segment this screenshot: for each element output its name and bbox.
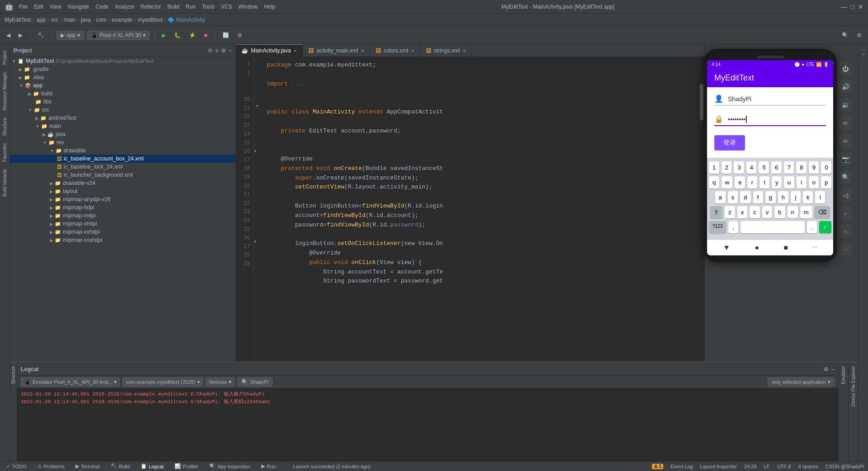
emulator-selector[interactable]: 📱 Emulator Pixel_4_XL_API_30 And... ▾ [21,377,120,386]
breadcrumb-src[interactable]: src [51,17,58,23]
menu-help[interactable]: Help [264,4,275,10]
verbose-selector[interactable]: Verbose ▾ [206,377,235,386]
phone-more-btn[interactable]: ··· [839,243,852,256]
tab-build[interactable]: 🔨 Build [108,462,132,470]
tab-mainactivity-java[interactable]: ☕ MainActivity.java ✕ [236,44,303,57]
key-shift[interactable]: ⇧ [710,206,722,218]
key-enter[interactable]: ✓ [819,221,831,233]
key-z[interactable]: z [725,206,735,218]
tab-mainactivity-close[interactable]: ✕ [293,48,297,53]
key-comma[interactable]: , [728,221,738,233]
tree-item-gradle[interactable]: ▶ 📁 .gradle [10,65,236,73]
tab-todo[interactable]: ✓ TODO [4,462,29,470]
tab-strings-close[interactable]: ✕ [462,48,466,53]
phone-square-btn[interactable]: □ [839,225,852,238]
tree-item-java[interactable]: ▶ ☕ java [10,130,236,138]
phone-password-field[interactable]: 🔒 •••••••• [714,115,826,126]
breadcrumb-myedittext2[interactable]: myedittext [138,17,163,23]
key-2[interactable]: 2 [722,161,732,174]
key-i[interactable]: i [797,176,807,188]
key-n[interactable]: n [788,206,798,218]
device-selector[interactable]: 📱 Pixel 4 XL API 30 ▾ [87,31,150,40]
layout-inspector-link[interactable]: Layout Inspector [700,464,737,469]
menu-tools[interactable]: Tools [202,4,215,10]
menu-run[interactable]: Run [186,4,196,10]
breadcrumb-example[interactable]: example [112,17,132,23]
menu-navigate[interactable]: Navigate [68,4,89,10]
tree-item-mipmap-xhdpi[interactable]: ▶ 📁 mipmap-xhdpi [10,220,236,228]
key-s[interactable]: s [728,191,738,203]
tab-colors-close[interactable]: ✕ [411,48,415,53]
key-r[interactable]: r [747,176,757,188]
key-y[interactable]: y [772,176,782,188]
sidebar-project-label[interactable]: Project [1,49,8,66]
menu-window[interactable]: Window [238,4,258,10]
toolbar-forward-btn[interactable]: ▶ [16,31,25,40]
key-t[interactable]: t [760,176,769,188]
toolbar-back-btn[interactable]: ◀ [4,31,13,40]
project-collapse-icon[interactable]: ≡ [215,47,218,54]
breadcrumb-java[interactable]: java [81,17,91,23]
key-4[interactable]: 4 [746,161,757,174]
breadcrumb-main[interactable]: main [64,17,75,23]
tree-item-idea[interactable]: ▶ 📁 .idea [10,73,236,81]
menu-refactor[interactable]: Refactor [141,4,161,10]
sidebar-favorites-label[interactable]: Favorites [1,141,8,164]
run-button[interactable]: ▶ [159,31,169,40]
key-g[interactable]: g [765,191,776,203]
tree-item-build[interactable]: ▶ 📁 build [10,89,236,98]
minimize-button[interactable]: — [841,3,847,10]
device-file-label[interactable]: Device File Explorer [850,364,857,408]
tab-profiler[interactable]: 📊 Profiler [172,462,201,470]
phone-circle-btn[interactable]: ○ [839,207,852,220]
nav-home-btn[interactable]: ● [755,244,760,252]
project-close-icon[interactable]: – [229,47,232,54]
key-7[interactable]: 7 [784,161,794,174]
maximize-button[interactable]: □ [851,3,854,10]
key-j[interactable]: j [791,191,801,203]
key-q[interactable]: q [709,176,719,188]
logcat-search-box[interactable]: 🔍 ShadyPi [237,377,273,386]
key-v[interactable]: v [762,206,773,218]
project-sync-icon[interactable]: ⟳ [208,47,212,54]
menu-vcs[interactable]: VCS [221,4,232,10]
tree-item-libs[interactable]: 📁 libs [10,98,236,106]
logcat-settings-icon[interactable]: ⚙ [824,366,829,372]
breadcrumb-com[interactable]: com [96,17,107,23]
tree-item-mipmap-mdpi[interactable]: ▶ 📁 mipmap-mdpi [10,212,236,220]
tree-item-launcher-xml[interactable]: 🖼 ic_launcher_background.xml [10,171,236,179]
key-e[interactable]: e [735,176,745,188]
tree-item-myedittext[interactable]: ▼ 📋 MyEditText D:/project/AndroidStudioP… [10,57,236,65]
sync-button[interactable]: 🔄 [220,31,232,40]
breadcrumb-mainactivity[interactable]: 🔷 MainActivity [168,17,205,23]
toolbar-build-btn[interactable]: 🔨 [35,31,47,40]
tree-item-mipmap-hdpi[interactable]: ▶ 📁 mipmap-hdpi [10,203,236,212]
key-6[interactable]: 6 [771,161,782,174]
key-w[interactable]: w [722,176,733,188]
phone-vol-down-btn[interactable]: 🔉 [839,99,852,111]
phone-login-button[interactable]: 登录 [714,135,745,151]
breadcrumb-myedittext[interactable]: MyEditText [5,17,31,23]
key-k[interactable]: k [803,191,813,203]
tab-colors-xml[interactable]: 🖼 colors.xml ✕ [370,44,420,57]
profile-button[interactable]: ⚡ [186,31,198,40]
tab-app-inspection[interactable]: 🔍 App Inspection [207,462,253,470]
right-tool-label[interactable]: ⚠ 1 [861,49,866,57]
tab-logcat[interactable]: 📋 Logcat [138,462,166,470]
key-d[interactable]: d [740,191,750,203]
key-1[interactable]: 1 [709,161,719,174]
encoding-indicator[interactable]: UTF-8 [777,464,791,469]
key-f[interactable]: f [753,191,763,203]
tab-strings-xml[interactable]: 🖼 strings.xml ✕ [420,44,472,57]
tree-item-app[interactable]: ▼ 📦 app [10,81,236,89]
structure-label[interactable]: Structure [10,363,17,388]
key-p[interactable]: p [821,176,831,188]
event-log-link[interactable]: Event Log [670,464,693,469]
phone-back-btn[interactable]: ◁ [839,189,852,202]
key-9[interactable]: 9 [809,161,819,174]
logcat-minimize-icon[interactable]: – [831,366,835,372]
phone-vol-up-btn[interactable]: 🔊 [839,80,852,93]
key-u[interactable]: u [784,176,794,188]
menu-analyze[interactable]: Analyze [115,4,134,10]
menu-edit[interactable]: Edit [34,4,43,10]
